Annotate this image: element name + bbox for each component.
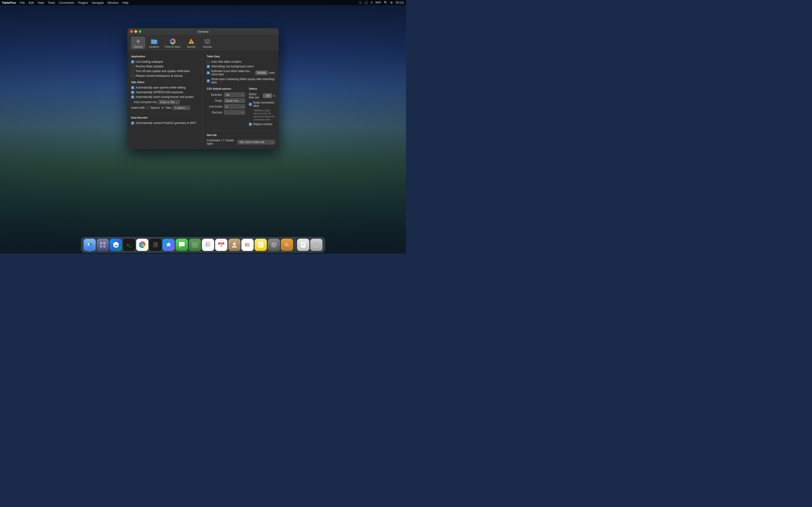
finder-dot [89,251,90,252]
svg-rect-75 [314,243,319,244]
row-count-input[interactable]: 500000 [255,71,267,75]
dock-finder[interactable] [84,239,96,251]
svg-rect-4 [138,42,138,43]
spaces-radio[interactable] [146,106,149,109]
estimate-count-label: Estimate count when table has more than [211,69,254,76]
dock-calculator[interactable] [149,239,162,251]
auto-hide-scrollers-label: Auto hide table scrollers [211,60,241,63]
auto-convert-postgis-checkbox[interactable] [131,122,134,125]
dock-edge[interactable] [110,239,122,251]
dock-reminders[interactable] [242,239,254,251]
tab-security[interactable]: ! Security [184,37,198,49]
svg-text:3月: 3月 [220,242,222,244]
command-t-label: Command + T should open [207,139,236,145]
auto-save-checkbox[interactable] [131,86,134,89]
dock-system-settings[interactable] [268,239,280,251]
warning-icon: ! [188,38,195,45]
receive-beta-updates-checkbox[interactable] [131,65,134,68]
show-open-folder-checkbox[interactable] [207,79,210,82]
line-break-label: Line break [207,105,222,108]
delimiter-dropdown[interactable]: Tab ⌄ [224,93,245,97]
minimize-button[interactable] [135,30,137,33]
close-button[interactable] [130,30,133,33]
dock-chrome[interactable] [136,239,149,251]
menu-navigate[interactable]: Navigate [92,1,104,4]
rows-suffix: rows [269,71,275,74]
tab-keymap[interactable]: Keymap [200,37,214,49]
reopen-closed-workspaces-checkbox[interactable] [131,74,134,77]
swap-label: Swap [207,99,222,102]
use-loading-wallpaper-checkbox[interactable] [131,60,134,63]
menu-connection[interactable]: Connection [59,1,74,4]
sql-editor-section: SQL Editor Automatically save queries wh… [131,81,198,110]
swap-value: Quote if ne... [225,99,240,102]
search-icon[interactable]: 🔍 [384,1,388,4]
svg-rect-76 [315,242,317,243]
show-open-folder-row: Show open containing folder popup after … [207,77,275,84]
menu-help[interactable]: Help [122,1,129,4]
dock-maps[interactable] [189,239,201,251]
auto-save-label: Automatically save queries while editing [136,86,185,89]
svg-text:🐘: 🐘 [285,242,290,247]
auto-complete-key-label: Auto-complete key [131,101,157,104]
application-title: Application [131,55,198,58]
control-center-icon[interactable]: ⊞ [390,1,393,4]
menu-window[interactable]: Window [108,1,118,4]
dock-photos[interactable] [202,239,214,251]
date-display: 3月1日 [395,1,404,5]
decimal-dropdown[interactable]: . ⌄ [224,110,245,115]
delimiter-row: Delimiter Tab ⌄ [207,93,245,97]
svg-rect-34 [154,244,155,245]
svg-point-52 [245,243,247,244]
closing-braces-checkbox[interactable] [131,96,134,99]
uppercase-keywords-checkbox[interactable] [131,91,134,94]
closing-braces-row: Automatically insert closing braces and … [131,95,198,99]
dock-calendar[interactable]: 3月 1 [215,239,227,251]
dock-trash[interactable] [310,239,322,251]
line-break-row: Line break \n ⌄ [207,104,245,109]
dock-appstore[interactable] [163,239,175,251]
svg-rect-15 [208,40,209,41]
menu-plugins[interactable]: Plugins [78,1,88,4]
estimate-count-checkbox[interactable] [207,71,210,74]
auto-hide-scrollers-row: Auto hide table scrollers [207,60,275,63]
preferences-dialog: General [128,28,278,149]
report-crashes-checkbox[interactable] [249,123,252,126]
query-timeout-input[interactable]: 300 [263,94,272,98]
sql-editor-title: SQL Editor [131,81,198,83]
show-open-folder-label: Show open containing folder popup after … [211,77,275,84]
panel-divider [202,55,203,145]
menu-edit[interactable]: Edit [29,1,34,4]
indent-spaces-dropdown[interactable]: 4 spaces [173,106,190,110]
tabs-label: Tabs [165,106,171,109]
alternating-row-bg-checkbox[interactable] [207,65,210,68]
new-tab-dropdown[interactable]: SQL Query Editor tab ⌄ [237,140,275,144]
dock-contacts[interactable] [229,239,241,251]
swap-dropdown[interactable]: Quote if ne... ⌄ [224,98,245,103]
tab-locations[interactable]: Locations [147,37,161,49]
maximize-button[interactable] [139,30,142,33]
keep-alive-checkbox[interactable] [249,103,252,106]
dock-terminal[interactable]: >_ [123,239,135,251]
dock-script-editor[interactable] [297,239,309,251]
decimal-value: . [225,111,226,114]
dock-notes[interactable] [255,239,267,251]
auto-hide-scrollers-checkbox[interactable] [207,60,210,63]
delimiter-label: Delimiter [207,93,222,97]
auto-complete-key-dropdown[interactable]: Enter or Tab [158,100,180,104]
turn-off-auto-update-checkbox[interactable] [131,70,134,73]
menu-tools[interactable]: Tools [48,1,55,4]
line-break-dropdown[interactable]: \n ⌄ [224,104,245,109]
tab-fonts-colors[interactable]: Fonts & Colors [163,37,182,49]
tabs-radio[interactable] [161,106,164,109]
traffic-lights [130,30,142,33]
svg-line-66 [275,246,276,247]
tab-general[interactable]: General [131,37,145,49]
dock-messages[interactable] [176,239,188,251]
table-data-title: Table Data [207,55,275,58]
svg-text:!: ! [191,40,192,44]
menu-file[interactable]: File [20,1,25,4]
dock-launchpad[interactable] [97,239,109,251]
dock-tableplus[interactable]: 🐘 [281,239,293,251]
menu-view[interactable]: View [38,1,44,4]
